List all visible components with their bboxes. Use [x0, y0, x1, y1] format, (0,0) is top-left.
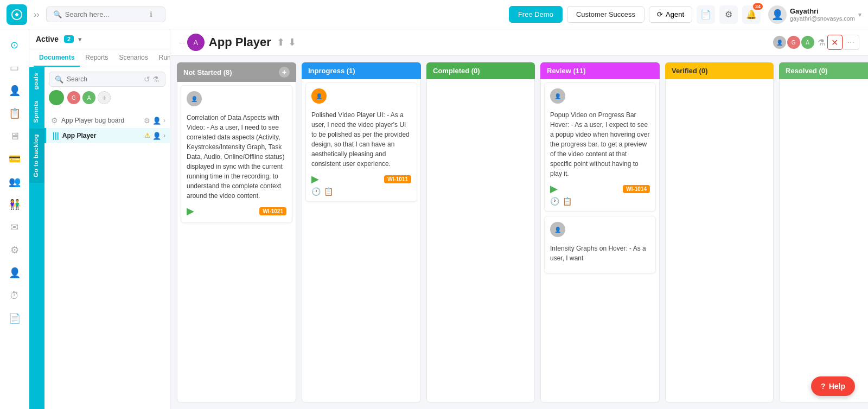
col-header-inprogress: Inprogress (1) [302, 62, 421, 79]
sidebar-icon-board[interactable]: ▭ [4, 57, 25, 78]
reset-search-button[interactable]: ↺ [144, 75, 150, 84]
project-item-active-actions: ⚠ 👤 › [144, 132, 165, 140]
card-WI-1014: 👤 Popup Video on Progress Bar Hover: - A… [544, 82, 656, 212]
project-item-bug-board[interactable]: ⚙ App Player bug board ⚙ 👤 › [44, 113, 170, 128]
sprints-sidebar-label[interactable]: Sprints [29, 95, 44, 128]
tab-reports[interactable]: Reports [80, 49, 113, 67]
card-text-WI-1014: Popup Video on Progress Bar Hover: - As … [550, 110, 650, 178]
help-fab-button[interactable]: ? Help [811, 376, 855, 396]
board-filter-button[interactable]: ⚗ [815, 35, 827, 50]
settings-icon[interactable]: ⚙ [144, 117, 150, 125]
expand-sidebar-button[interactable]: ›› [31, 8, 42, 22]
add-member-button[interactable]: + [98, 91, 111, 104]
col-header-verified: Verified (0) [665, 62, 774, 79]
user-avatars-row: G A + [67, 91, 111, 104]
document-icon-button[interactable]: 📄 [697, 5, 715, 24]
sidebar-icon-settings[interactable]: ⚙ [4, 240, 25, 260]
upload-icon[interactable]: ⬆ [277, 36, 285, 48]
card-WI-1011: 👤 Polished Video Player UI: - As a user,… [305, 82, 417, 202]
sidebar-icon-users[interactable]: 👤 [4, 80, 25, 101]
sidebar-icon-people[interactable]: 👫 [4, 194, 25, 215]
card-badge-WI-1011: WI-1011 [384, 175, 411, 183]
user-name: Gayathri [790, 7, 855, 15]
more-dots-left[interactable]: ··· [179, 39, 185, 47]
col-header-not-started: Not Started (8) + [177, 62, 296, 82]
user-icon[interactable]: 👤 [152, 117, 161, 125]
warn-icon: ⚠ [144, 132, 150, 139]
tab-documents[interactable]: Documents [34, 49, 80, 67]
tab-scenarios[interactable]: Scenarios [113, 49, 153, 67]
board-avatar-2: G [786, 35, 801, 50]
col-title-not-started: Not Started (8) [183, 68, 232, 76]
sidebar-icon-team[interactable]: 👥 [4, 171, 25, 192]
logo-button[interactable] [7, 4, 27, 25]
avatar-2: A [82, 91, 95, 104]
col-header-resolved: Resolved (0) [779, 62, 868, 79]
board-close-button[interactable]: ✕ [827, 35, 843, 50]
goals-sidebar-label[interactable]: goals [29, 67, 44, 95]
customer-success-button[interactable]: Customer Success [567, 6, 644, 23]
search-icon: 🔍 [53, 10, 62, 18]
sidebar-icon-home[interactable]: ⊙ [4, 35, 25, 55]
user-avatar: 👤 [768, 5, 787, 24]
sidebar-icon-billing[interactable]: 💳 [4, 149, 25, 169]
card-footer-WI-1011: ▶ WI-1011 [311, 173, 411, 185]
col-body-verified [665, 79, 774, 402]
notifications-button[interactable]: 🔔 34 [742, 5, 761, 24]
project-item-app-player[interactable]: ||| App Player ⚠ 👤 › [44, 128, 170, 143]
col-title-inprogress: Inprogress (1) [308, 67, 355, 75]
download-icon[interactable]: ⬇ [288, 36, 296, 48]
top-header: ›› 🔍 ℹ Free Demo Customer Success ⟳ Agen… [0, 0, 868, 29]
card-avatar-WI-1011: 👤 [311, 88, 327, 104]
card-play-WI-1011[interactable]: ▶ [311, 173, 319, 185]
sidebar-icon-tasks[interactable]: 📋 [4, 103, 25, 124]
chevron-right-icon[interactable]: › [163, 132, 165, 139]
app-player-bar: ··· A App Player ⬆ ⬇ 👤 G A ⚗ ✕ ··· [170, 29, 868, 56]
panel-search-input[interactable] [67, 75, 141, 83]
sidebar-icon-monitor[interactable]: 🖥 [4, 126, 25, 146]
col-title-resolved: Resolved (0) [786, 67, 827, 75]
col-header-review: Review (11) [540, 62, 660, 79]
backlog-sidebar-button[interactable]: Go to backlog [29, 129, 44, 183]
user-info: Gayathri gayathri@snovasys.com [790, 7, 855, 22]
card-icons-WI-1014: 🕐 📋 [550, 197, 650, 206]
settings-icon-button[interactable]: ⚙ [719, 5, 738, 24]
card-badge-WI-1014: WI-1014 [623, 185, 650, 193]
sidebar-icon-mail[interactable]: ✉ [4, 217, 25, 238]
panel-dropdown-button[interactable]: ▾ [78, 35, 82, 43]
help-icon: ? [821, 382, 826, 391]
app-player-title: App Player [209, 35, 271, 49]
card-text-WI-1011: Polished Video Player UI: - As a user, I… [311, 110, 411, 169]
card-play-WI-1021[interactable]: ▶ [187, 205, 194, 217]
filter-search-button[interactable]: ⚗ [152, 75, 159, 84]
sidebar-icon-profile[interactable]: 👤 [4, 263, 25, 283]
user-dropdown-arrow[interactable]: ▾ [858, 11, 861, 18]
panel-search-actions: ↺ ⚗ [144, 75, 159, 84]
left-sidebar: ⊙ ▭ 👤 📋 🖥 💳 👥 👫 ✉ ⚙ 👤 ⏱ 📄 [0, 29, 29, 409]
main-layout: ⊙ ▭ 👤 📋 🖥 💳 👥 👫 ✉ ⚙ 👤 ⏱ 📄 Active 2 ▾ Doc… [0, 29, 868, 409]
tab-runs[interactable]: Runs [154, 49, 170, 67]
global-search-input[interactable] [65, 10, 146, 18]
chevron-icon[interactable]: › [163, 117, 165, 124]
col-body-inprogress: 👤 Polished Video Player UI: - As a user,… [302, 79, 421, 402]
green-status-circle [49, 90, 64, 105]
card-play-WI-1014[interactable]: ▶ [550, 183, 558, 195]
project-item-icon: ⚙ [51, 116, 58, 125]
column-not-started: Not Started (8) + 👤 Correlation of Data … [177, 62, 296, 402]
copy-icon-2: 📋 [563, 197, 572, 206]
col-add-not-started[interactable]: + [279, 67, 290, 78]
sidebar-icon-timer[interactable]: ⏱ [4, 285, 25, 306]
board-more-button[interactable]: ··· [843, 35, 859, 50]
agent-button[interactable]: ⟳ Agent [649, 6, 692, 23]
board-avatars-row: 👤 G A [775, 35, 815, 50]
sidebar-icon-reports[interactable]: 📄 [4, 308, 25, 329]
card-text-WI-1021: Correlation of Data Aspects with Video: … [187, 113, 286, 201]
card-badge-WI-1021: WI-1021 [259, 207, 286, 215]
panel-header: Active 2 ▾ [29, 29, 170, 49]
free-demo-button[interactable]: Free Demo [509, 6, 563, 23]
panel-tabs: Documents Reports Scenarios Runs Activit… [29, 49, 170, 67]
project-active-icon: ||| [53, 131, 59, 140]
avatar-icon[interactable]: 👤 [152, 132, 161, 140]
col-title-verified: Verified (0) [672, 67, 707, 75]
panel-search-icon: 🔍 [55, 75, 63, 84]
